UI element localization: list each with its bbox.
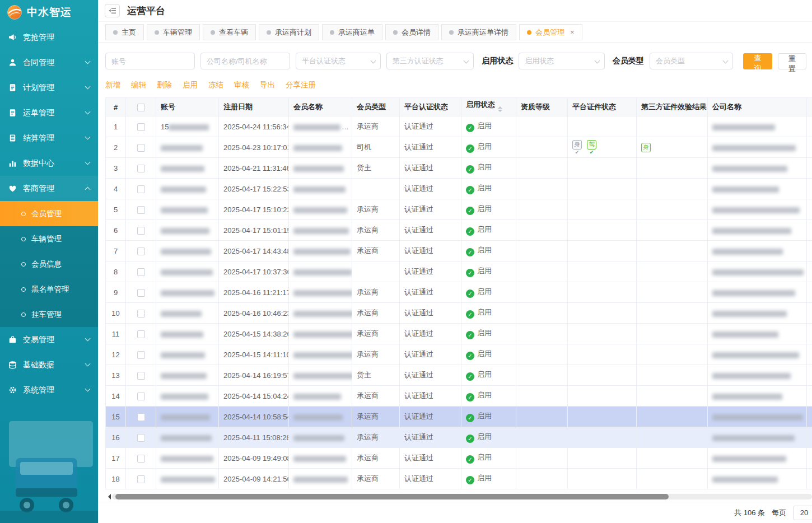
close-icon[interactable]: × bbox=[570, 29, 575, 36]
platform-auth-select[interactable]: 平台认证状态 bbox=[296, 53, 381, 69]
row-checkbox[interactable] bbox=[137, 330, 145, 338]
company-name-input[interactable] bbox=[200, 53, 290, 69]
reset-button[interactable]: 重置 bbox=[778, 53, 806, 69]
table-row[interactable]: 52025-04-17 15:10:22承运商认证通过✓启用 bbox=[106, 199, 812, 220]
table-row[interactable]: 152025-04-14 10:58:54承运商认证通过✓启用 bbox=[106, 407, 812, 427]
sidebar-item-transaction-management[interactable]: 交易管理 bbox=[0, 327, 98, 352]
tab-member-management[interactable]: 会员管理× bbox=[519, 24, 582, 40]
tab-home[interactable]: 主页 bbox=[105, 24, 144, 40]
sidebar-item-settlement-management[interactable]: 结算管理 bbox=[0, 125, 98, 151]
table-row[interactable]: 82025-04-17 10:37:36认证通过✓启用 bbox=[106, 262, 812, 282]
table-row[interactable]: 62025-04-17 15:01:15承运商认证通过✓启用 bbox=[106, 220, 812, 241]
table-row[interactable]: 112025-04-15 14:38:26承运商认证通过✓启用 bbox=[106, 324, 812, 344]
sidebar-subitem-trailer-management[interactable]: 挂车管理 bbox=[0, 302, 98, 327]
search-button[interactable]: 查询 bbox=[743, 53, 772, 69]
table-row[interactable]: 182025-04-09 14:21:56承运商认证通过✓启用 bbox=[106, 469, 812, 489]
tab-member-details[interactable]: 会员详情 bbox=[385, 24, 438, 40]
table-row[interactable]: 42025-04-17 15:22:53认证通过✓启用 bbox=[106, 179, 812, 199]
row-checkbox[interactable] bbox=[137, 123, 145, 131]
row-checkbox[interactable] bbox=[137, 372, 145, 380]
row-checkbox[interactable] bbox=[137, 227, 145, 235]
chevron-down-icon bbox=[85, 361, 91, 367]
table-row[interactable]: 102025-04-16 10:46:23承运商认证通过✓启用 bbox=[106, 303, 812, 324]
row-checkbox[interactable] bbox=[137, 289, 145, 297]
table-row[interactable]: 122025-04-15 14:11:10承运商认证通过✓启用 bbox=[106, 344, 812, 365]
share-register-action-link[interactable]: 分享注册 bbox=[286, 80, 316, 90]
table-row[interactable]: 1152025-04-24 11:56:34…承运商认证通过✓启用 bbox=[106, 116, 812, 137]
database-icon bbox=[8, 361, 17, 369]
filter-bar: 平台认证状态 第三方认证状态 启用状态 启用状态 会员类型 会员类型 查询 重置 bbox=[105, 53, 806, 69]
enable-status-select[interactable]: 启用状态 bbox=[519, 53, 605, 69]
cert-check-icon: ✔ bbox=[590, 150, 594, 155]
table-row[interactable]: 22025-04-23 10:17:01司机认证通过✓启用身✔驾✔身 bbox=[106, 137, 812, 158]
row-checkbox[interactable] bbox=[137, 393, 145, 400]
row-checkbox[interactable] bbox=[137, 165, 145, 172]
sidebar-item-customer-management[interactable]: 客商管理 bbox=[0, 176, 98, 201]
cell-third-party-certs bbox=[637, 303, 708, 324]
chevron-down-icon bbox=[85, 160, 91, 165]
enable-action-link[interactable]: 启用 bbox=[183, 80, 198, 90]
sidebar-item-base-data[interactable]: 基础数据 bbox=[0, 352, 98, 377]
edit-action-link[interactable]: 编辑 bbox=[131, 80, 146, 90]
scroll-left-arrow-icon[interactable] bbox=[105, 494, 111, 499]
sidebar-subitem-member-info[interactable]: 会员信息 bbox=[0, 251, 98, 277]
redacted-text bbox=[712, 186, 779, 193]
sidebar-subitem-vehicle-management[interactable]: 车辆管理 bbox=[0, 226, 98, 251]
sidebar-item-label: 结算管理 bbox=[23, 133, 54, 143]
circle-icon bbox=[21, 212, 26, 216]
redacted-text bbox=[293, 311, 352, 317]
cell-platform-auth: 认证通过 bbox=[400, 158, 461, 179]
tab-view-vehicle[interactable]: 查看车辆 bbox=[203, 24, 256, 40]
table-row[interactable]: 132025-04-14 16:19:57货主认证通过✓启用 bbox=[106, 365, 812, 386]
row-checkbox[interactable] bbox=[137, 144, 145, 152]
freeze-action-link[interactable]: 冻结 bbox=[208, 80, 223, 90]
sidebar-item-waybill-management[interactable]: 运单管理 bbox=[0, 100, 98, 125]
sidebar-subitem-member-management[interactable]: 会员管理 bbox=[0, 201, 98, 226]
table-row[interactable]: 72025-04-17 14:43:48承运商认证通过✓启用 bbox=[106, 241, 812, 262]
sidebar-item-contract-management[interactable]: 合同管理 bbox=[0, 50, 98, 75]
sidebar-item-label: 数据中心 bbox=[23, 158, 54, 169]
page-size-select[interactable]: 20 bbox=[793, 506, 812, 520]
select-all-checkbox[interactable] bbox=[137, 104, 145, 111]
delete-action-link[interactable]: 删除 bbox=[157, 80, 172, 90]
scrollbar-track[interactable] bbox=[112, 494, 812, 499]
row-checkbox[interactable] bbox=[137, 310, 145, 317]
tab-carrier-waybill-details[interactable]: 承运商运单详情 bbox=[441, 24, 516, 40]
third-party-auth-select[interactable]: 第三方认证状态 bbox=[386, 53, 474, 69]
sidebar-item-data-center[interactable]: 数据中心 bbox=[0, 151, 98, 176]
chevron-down-icon bbox=[85, 134, 91, 140]
cell-register-date: 2025-04-16 10:46:23 bbox=[219, 303, 289, 324]
table-row[interactable]: 32025-04-21 11:31:46货主认证通过✓启用 bbox=[106, 158, 812, 179]
tab-carrier-waybill[interactable]: 承运商运单 bbox=[322, 24, 382, 40]
audit-action-link[interactable]: 审核 bbox=[234, 80, 249, 90]
table-row[interactable]: 92025-04-16 11:21:17承运商认证通过✓启用 bbox=[106, 282, 812, 303]
row-checkbox[interactable] bbox=[137, 351, 145, 359]
sidebar-subitem-blacklist-management[interactable]: 黑名单管理 bbox=[0, 277, 98, 302]
row-checkbox[interactable] bbox=[137, 455, 145, 463]
cell-index: 5 bbox=[106, 199, 126, 220]
tab-vehicle-management[interactable]: 车辆管理 bbox=[147, 24, 200, 40]
sidebar-item-plan-management[interactable]: 计划管理 bbox=[0, 75, 98, 100]
account-input[interactable] bbox=[105, 53, 195, 69]
row-checkbox[interactable] bbox=[137, 248, 145, 255]
member-type-select[interactable]: 会员类型 bbox=[650, 53, 734, 69]
sidebar-collapse-button[interactable] bbox=[105, 4, 120, 17]
sidebar-item-bidding-management[interactable]: 竞抢管理 bbox=[0, 25, 98, 50]
row-checkbox[interactable] bbox=[137, 413, 145, 421]
table-row[interactable]: 172025-04-09 19:49:08承运商认证通过✓启用 bbox=[106, 448, 812, 469]
table-row[interactable]: 142025-04-14 15:04:24承运商认证通过✓启用 bbox=[106, 386, 812, 407]
enable-status-label: 启用状态 bbox=[482, 56, 513, 66]
sidebar-item-system-management[interactable]: 系统管理 bbox=[0, 377, 98, 403]
scrollbar-thumb[interactable] bbox=[115, 494, 669, 499]
tab-carrier-plan[interactable]: 承运商计划 bbox=[259, 24, 319, 40]
add-action-link[interactable]: 新增 bbox=[105, 80, 120, 90]
row-checkbox[interactable] bbox=[137, 185, 145, 193]
cell-account bbox=[156, 137, 219, 158]
row-checkbox[interactable] bbox=[137, 268, 145, 276]
row-checkbox[interactable] bbox=[137, 206, 145, 214]
table-row[interactable]: 162025-04-11 15:08:28承运商认证通过✓启用 bbox=[106, 427, 812, 448]
row-checkbox[interactable] bbox=[137, 475, 145, 483]
export-action-link[interactable]: 导出 bbox=[260, 80, 275, 90]
row-checkbox[interactable] bbox=[137, 434, 145, 442]
sort-icon[interactable] bbox=[498, 104, 502, 114]
